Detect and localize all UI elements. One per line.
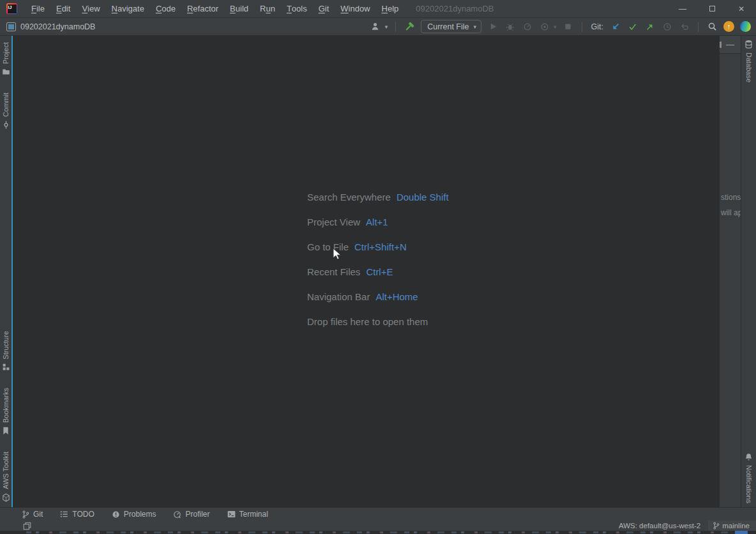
- menu-build[interactable]: Build: [224, 0, 254, 18]
- menu-git[interactable]: Git: [313, 0, 335, 18]
- tool-button-profiler[interactable]: Profiler: [173, 510, 209, 519]
- profiler-gauge-icon: [173, 510, 181, 519]
- run-config-dropdown[interactable]: Current File ▾: [421, 20, 481, 33]
- bell-icon: [745, 453, 753, 461]
- shortcut-row: Go to File Ctrl+Shift+N: [307, 241, 449, 266]
- maximize-button[interactable]: [697, 0, 727, 18]
- todo-list-icon: [60, 510, 68, 518]
- aws-connection-status[interactable]: AWS: default@us-west-2: [619, 522, 700, 530]
- chevron-down-icon: ▾: [473, 24, 476, 30]
- structure-icon: [2, 363, 10, 371]
- chevron-down-icon[interactable]: ▾: [554, 24, 557, 30]
- toolbar-separator: [698, 22, 699, 32]
- code-with-me-icon[interactable]: [740, 21, 751, 32]
- project-selector[interactable]: 09202021dynamoDB: [6, 22, 95, 31]
- mouse-cursor: [333, 248, 342, 260]
- intellij-logo-icon: IJ: [6, 3, 17, 14]
- minimize-button[interactable]: —: [668, 0, 697, 18]
- clipped-text-fragments: [19, 531, 743, 533]
- close-button[interactable]: ✕: [727, 0, 756, 18]
- window-title: 09202021dynamoDB: [416, 4, 494, 13]
- sidebar-item-project[interactable]: Project: [2, 42, 10, 76]
- branch-name: mainline: [722, 522, 750, 530]
- debug-button[interactable]: [504, 21, 516, 33]
- drop-files-hint: Drop files here to open them: [307, 316, 449, 341]
- side-panel-header: —: [720, 36, 741, 54]
- menu-view[interactable]: View: [76, 0, 105, 18]
- side-panel-sliver: — stions, will ap: [719, 36, 741, 507]
- sidebar-item-commit[interactable]: Commit: [2, 93, 10, 129]
- sidebar-item-bookmarks[interactable]: Bookmarks: [2, 388, 10, 435]
- ide-window: IJ File Edit View Navigate Code Refactor…: [0, 0, 756, 534]
- shortcut-row: Project View Alt+1: [307, 217, 449, 241]
- tool-window-switcher-icon[interactable]: [23, 522, 31, 530]
- ide-update-icon[interactable]: ↑: [723, 21, 734, 32]
- shortcut-row: Search Everywhere Double Shift: [307, 192, 449, 217]
- commit-icon: [2, 121, 10, 129]
- project-icon: [6, 22, 16, 31]
- menu-navigate[interactable]: Navigate: [106, 0, 150, 18]
- git-rollback-icon[interactable]: [679, 21, 690, 33]
- profile-button[interactable]: [522, 21, 533, 33]
- terminal-icon: [227, 510, 236, 518]
- aws-toolkit-icon: [2, 493, 10, 502]
- folder-icon: [2, 68, 10, 76]
- aws-credentials-icon[interactable]: [370, 21, 382, 33]
- shortcut-row: Navigation Bar Alt+Home: [307, 291, 449, 316]
- main-toolbar: 09202021dynamoDB ▾ Current File ▾: [0, 18, 756, 36]
- toolbar-separator: [395, 22, 396, 32]
- git-branch-icon: [22, 510, 29, 519]
- toolbar-separator: [582, 22, 582, 32]
- hide-panel-icon[interactable]: —: [726, 40, 734, 49]
- project-name: 09202021dynamoDB: [20, 22, 95, 31]
- shortcut-row: Recent Files Ctrl+E: [307, 266, 449, 291]
- menu-code[interactable]: Code: [150, 0, 181, 18]
- git-update-icon[interactable]: [610, 21, 621, 33]
- git-branch-icon: [713, 522, 720, 530]
- notification-text-fragment: will ap: [721, 208, 741, 217]
- left-tool-stripe: Project Commit Structure Bookmarks: [0, 36, 11, 507]
- sidebar-item-structure[interactable]: Structure: [2, 331, 10, 372]
- chevron-down-icon[interactable]: ▾: [385, 24, 388, 30]
- git-toolbar-label: Git:: [591, 22, 603, 31]
- sidebar-item-notifications[interactable]: Notifications: [745, 453, 753, 503]
- right-tool-stripe: Database Notifications: [741, 36, 756, 507]
- editor-empty-area[interactable]: Search Everywhere Double Shift Project V…: [13, 36, 719, 507]
- git-commit-check-icon[interactable]: [627, 21, 639, 33]
- menu-file[interactable]: File: [26, 0, 50, 18]
- stop-button[interactable]: [563, 21, 574, 33]
- run-button[interactable]: [487, 21, 499, 33]
- menu-refactor[interactable]: Refactor: [181, 0, 224, 18]
- clipped-blue-fragment: [735, 531, 748, 534]
- tool-button-problems[interactable]: Problems: [112, 510, 156, 519]
- tool-button-todo[interactable]: TODO: [60, 510, 94, 519]
- sidebar-item-aws-toolkit[interactable]: AWS Toolkit: [2, 452, 10, 502]
- bookmark-icon: [2, 427, 10, 435]
- menu-edit[interactable]: Edit: [50, 0, 76, 18]
- build-hammer-icon[interactable]: [404, 21, 415, 33]
- tool-button-terminal[interactable]: Terminal: [227, 510, 268, 519]
- empty-state-shortcuts: Search Everywhere Double Shift Project V…: [307, 192, 449, 341]
- notification-text-fragment: stions,: [721, 193, 741, 202]
- git-branch-widget[interactable]: mainline: [708, 521, 756, 531]
- menu-help[interactable]: Help: [376, 0, 405, 18]
- coverage-button[interactable]: [539, 21, 550, 33]
- database-icon: [745, 40, 753, 49]
- clipped-icon-fragment: [720, 42, 722, 48]
- search-everywhere-icon[interactable]: [706, 21, 718, 33]
- bottom-tool-bar: Git TODO Problems Profiler Terminal: [0, 507, 756, 521]
- menu-run[interactable]: Run: [254, 0, 281, 18]
- git-push-icon[interactable]: [644, 21, 656, 33]
- git-history-icon[interactable]: [662, 21, 673, 33]
- clipped-bottom-strip: [0, 531, 756, 534]
- title-bar: IJ File Edit View Navigate Code Refactor…: [0, 0, 756, 18]
- maximize-icon: [709, 6, 715, 11]
- menu-window[interactable]: Window: [335, 0, 375, 18]
- problems-icon: [112, 510, 120, 519]
- menu-tools[interactable]: Tools: [281, 0, 313, 18]
- status-bar: AWS: default@us-west-2 mainline: [0, 521, 756, 531]
- tool-button-git[interactable]: Git: [22, 510, 43, 519]
- sidebar-item-database[interactable]: Database: [745, 40, 753, 82]
